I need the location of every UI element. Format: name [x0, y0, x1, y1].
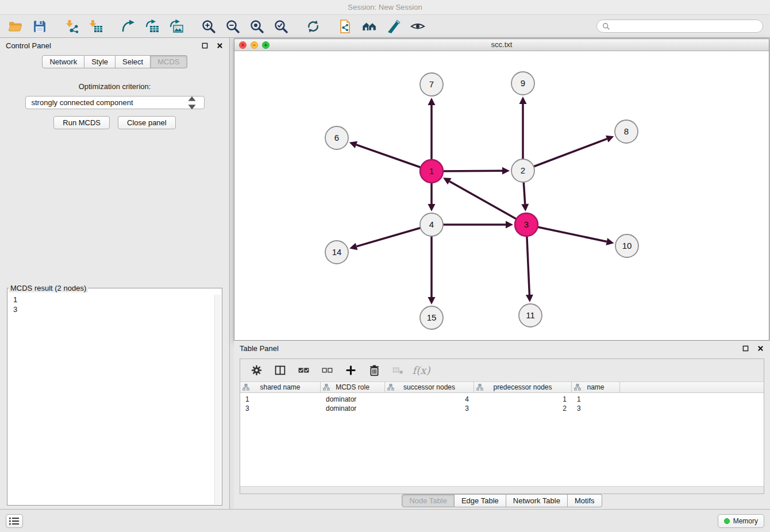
table-toolbar: f(x): [240, 359, 764, 382]
graph-node-label: 11: [526, 310, 535, 320]
table-cell: 3: [385, 404, 474, 413]
close-table-panel-icon[interactable]: [756, 345, 764, 353]
window-titlebar[interactable]: Session: New Session: [0, 0, 770, 15]
zoom-in-icon[interactable]: [200, 18, 217, 35]
optimization-criterion-select[interactable]: strongly connected component: [25, 96, 205, 109]
table-panel-header: Table Panel: [234, 341, 770, 356]
tab-style[interactable]: Style: [84, 55, 116, 68]
table-cell: 1: [572, 395, 620, 404]
table-cell: 1: [474, 395, 572, 404]
add-row-icon[interactable]: [344, 364, 357, 377]
edge-arrowhead-icon: [502, 167, 510, 175]
column-header-shared-name[interactable]: shared name: [240, 382, 321, 392]
minimize-window-button[interactable]: −: [251, 41, 258, 49]
network-window: × − + scc.txt 1234678910111415: [234, 38, 769, 341]
search-box[interactable]: [596, 20, 763, 33]
column-header-label: MCDS role: [336, 383, 369, 391]
table-frame: f(x) shared nameMCDS rolesuccessor nodes…: [240, 358, 764, 494]
zoom-selected-icon[interactable]: [272, 18, 290, 35]
edge-arrowhead-icon: [521, 204, 529, 211]
main-toolbar: [0, 15, 770, 38]
maximize-window-button[interactable]: +: [262, 41, 270, 49]
table-bottom-strip: [240, 486, 764, 494]
delete-table-icon: [391, 364, 405, 377]
graph-edge[interactable]: [526, 225, 607, 242]
column-type-icon: [574, 384, 581, 391]
export-image-icon[interactable]: [168, 18, 185, 35]
menu-list-button[interactable]: [6, 514, 23, 528]
column-header-name[interactable]: name: [572, 382, 620, 392]
graph-node-label: 7: [429, 79, 434, 89]
search-input[interactable]: [614, 22, 758, 30]
table-body: 1dominator4113dominator323: [240, 393, 764, 413]
gear-icon[interactable]: [249, 364, 263, 377]
graph-node-label: 9: [521, 78, 525, 88]
edge-arrowhead-icon: [428, 204, 436, 211]
refresh-icon[interactable]: [305, 18, 322, 35]
export-table-icon[interactable]: [144, 18, 161, 35]
zoom-fit-icon[interactable]: [248, 18, 265, 35]
column-type-icon: [476, 384, 483, 391]
graph-edge[interactable]: [523, 139, 607, 171]
network-canvas[interactable]: 1234678910111415: [234, 51, 769, 340]
mcds-result-title: MCDS result (2 nodes): [9, 284, 88, 292]
control-panel-tabs: NetworkStyleSelectMCDS: [0, 55, 229, 68]
export-network-icon[interactable]: [120, 18, 137, 35]
tab-network[interactable]: Network: [42, 55, 84, 68]
edge-arrowhead-icon: [349, 141, 357, 148]
list-icon: [9, 516, 20, 526]
graph-node-label: 1: [429, 166, 434, 176]
network-graph: 1234678910111415: [234, 51, 769, 340]
column-header-label: shared name: [260, 383, 300, 391]
memory-button[interactable]: Memory: [718, 514, 764, 528]
tab-node-table[interactable]: Node Table: [402, 494, 455, 507]
table-panel-tabs: Node TableEdge TableNetwork TableMotifs: [234, 494, 770, 507]
eye-icon[interactable]: [409, 18, 426, 35]
open-folder-icon[interactable]: [7, 18, 24, 35]
result-scrollbar[interactable]: [214, 295, 221, 504]
import-table-icon[interactable]: [87, 18, 105, 35]
toolbar-group: [7, 18, 48, 35]
column-header-successor-nodes[interactable]: successor nodes: [385, 382, 474, 392]
tab-mcds[interactable]: MCDS: [151, 55, 187, 68]
dropdown-value: strongly connected component: [32, 98, 133, 107]
table-cell: 4: [385, 395, 474, 404]
column-header-MCDS-role[interactable]: MCDS role: [321, 382, 385, 392]
edge-arrowhead-icon: [349, 243, 357, 250]
run-mcds-button[interactable]: Run MCDS: [53, 116, 110, 129]
edge-arrowhead-icon: [606, 238, 614, 245]
optimization-criterion-label: Optimization criterion:: [0, 82, 229, 91]
style-brush-icon[interactable]: [385, 18, 402, 35]
deselect-all-check-icon[interactable]: [320, 364, 334, 377]
column-type-icon: [323, 384, 330, 391]
table-row[interactable]: 1dominator411: [240, 395, 764, 404]
save-icon[interactable]: [31, 18, 48, 35]
home-icon[interactable]: [361, 18, 378, 35]
float-table-panel-icon[interactable]: [741, 345, 749, 353]
delete-row-icon[interactable]: [367, 364, 381, 377]
tab-edge-table[interactable]: Edge Table: [455, 494, 506, 507]
graph-edge[interactable]: [449, 182, 526, 225]
column-header-predecessor-nodes[interactable]: predecessor nodes: [474, 382, 572, 392]
graph-node-label: 15: [427, 313, 437, 322]
close-window-button[interactable]: ×: [239, 41, 247, 49]
column-layout-icon[interactable]: [273, 364, 287, 377]
tab-select[interactable]: Select: [116, 55, 151, 68]
table-empty-area: [240, 413, 764, 486]
document-share-icon[interactable]: [337, 18, 354, 35]
table-cell: dominator: [321, 395, 385, 404]
toolbar-group: [337, 18, 426, 35]
select-all-check-icon[interactable]: [297, 364, 310, 377]
status-bar: Memory: [0, 509, 770, 532]
import-network-icon[interactable]: [63, 18, 80, 35]
float-panel-icon[interactable]: [201, 42, 209, 50]
tab-network-table[interactable]: Network Table: [506, 494, 568, 507]
zoom-out-icon[interactable]: [224, 18, 241, 35]
tab-motifs[interactable]: Motifs: [568, 494, 602, 507]
graph-node-label: 3: [524, 219, 529, 229]
close-panel-button[interactable]: Close panel: [118, 116, 176, 129]
network-window-titlebar[interactable]: × − + scc.txt: [234, 39, 769, 51]
close-panel-icon[interactable]: [215, 42, 224, 50]
table-row[interactable]: 3dominator323: [240, 404, 764, 413]
control-panel: Control Panel NetworkStyleSelectMCDS Opt…: [0, 38, 230, 509]
